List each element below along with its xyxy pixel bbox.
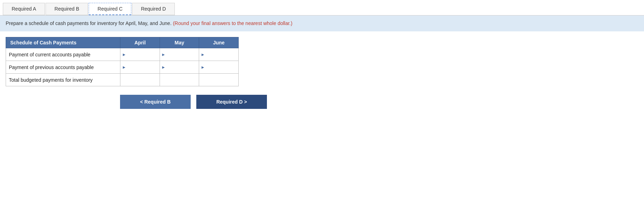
arrow-icon-current-june: ► [201, 52, 205, 57]
cash-payments-table: Schedule of Cash Payments April May June [6, 37, 239, 86]
table-row: Payment of previous accounts payable ► ► [6, 61, 239, 74]
prev-button-label: < Required B [140, 99, 171, 105]
page-wrapper: Required A Required B Required C Require… [0, 0, 644, 210]
row-label-total: Total budgeted payments for inventory [6, 74, 120, 86]
tab-required-a[interactable]: Required A [3, 3, 45, 15]
prev-button[interactable]: < Required B [120, 95, 191, 109]
arrow-icon-previous-june: ► [201, 65, 205, 70]
instruction-note-text: (Round your final answers to the nearest… [173, 20, 293, 26]
input-previous-april[interactable] [127, 61, 159, 73]
col-header-april: April [120, 37, 160, 48]
next-button[interactable]: Required D > [196, 95, 267, 109]
tab-required-b[interactable]: Required B [46, 3, 88, 15]
col-header-june: June [199, 37, 239, 48]
arrow-icon-current-april: ► [122, 52, 126, 57]
nav-buttons: < Required B Required D > [0, 86, 644, 117]
total-cell-april [120, 74, 160, 86]
next-button-label: Required D > [216, 99, 247, 105]
arrow-icon-previous-may: ► [161, 65, 166, 70]
input-cell-current-april: ► [120, 48, 160, 61]
col-header-label: Schedule of Cash Payments [6, 37, 120, 48]
row-label-current: Payment of current accounts payable [6, 48, 120, 61]
table-section: Schedule of Cash Payments April May June [0, 31, 644, 86]
input-previous-may[interactable] [166, 61, 198, 73]
input-cell-current-june: ► [199, 48, 239, 61]
tab-required-c[interactable]: Required C [89, 3, 131, 15]
row-label-previous: Payment of previous accounts payable [6, 61, 120, 74]
instruction-main-text: Prepare a schedule of cash payments for … [6, 20, 172, 26]
instruction-banner: Prepare a schedule of cash payments for … [0, 16, 644, 31]
input-previous-june[interactable] [205, 61, 238, 73]
input-cell-previous-may: ► [160, 61, 199, 74]
input-cell-previous-june: ► [199, 61, 239, 74]
tab-required-d[interactable]: Required D [132, 3, 175, 15]
table-row: Total budgeted payments for inventory [6, 74, 239, 86]
arrow-icon-previous-april: ► [122, 65, 126, 70]
table-row: Payment of current accounts payable ► ► [6, 48, 239, 61]
input-current-may[interactable] [166, 49, 198, 61]
input-current-june[interactable] [205, 49, 238, 61]
total-cell-may [160, 74, 199, 86]
arrow-icon-current-may: ► [161, 52, 166, 57]
input-cell-previous-april: ► [120, 61, 160, 74]
tabs-container: Required A Required B Required C Require… [0, 0, 644, 16]
total-cell-june [199, 74, 239, 86]
col-header-may: May [160, 37, 199, 48]
input-cell-current-may: ► [160, 48, 199, 61]
input-current-april[interactable] [127, 49, 159, 61]
